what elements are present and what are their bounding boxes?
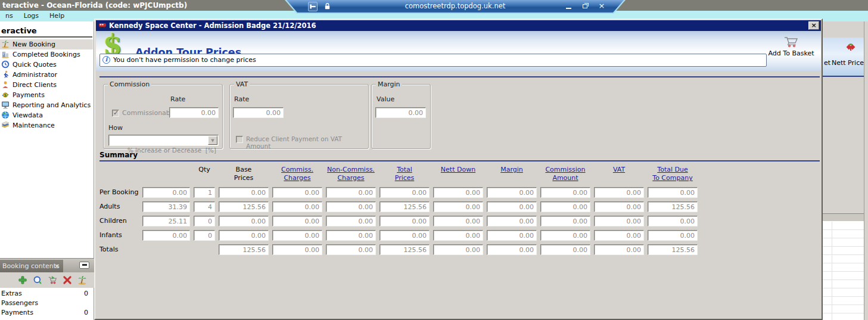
- commission-how-select[interactable]: % Increase or Decrease [%] ▼: [108, 135, 219, 146]
- vat-rate-field[interactable]: 0.00: [233, 107, 284, 118]
- menu-item-logs[interactable]: Logs: [18, 11, 44, 21]
- reduce-client-payment-checkbox[interactable]: [236, 136, 243, 143]
- summary-field[interactable]: 0.00: [540, 216, 590, 226]
- commission-rate-field[interactable]: 0.00: [169, 107, 219, 118]
- summary-field[interactable]: 0.00: [594, 216, 644, 226]
- summary-field[interactable]: 0.00: [326, 187, 376, 198]
- summary-field[interactable]: 0.00: [594, 230, 644, 241]
- add-icon[interactable]: [18, 275, 27, 285]
- dialog-close-button[interactable]: ×: [808, 21, 819, 30]
- summary-field[interactable]: 0.00: [326, 244, 376, 255]
- summary-field[interactable]: 0.00: [142, 230, 190, 241]
- sidebar-item-completed-bookings[interactable]: Completed Bookings: [0, 49, 93, 60]
- summary-field[interactable]: 0.00: [379, 216, 430, 226]
- tab-booking-contents[interactable]: Booking contents ×: [0, 260, 63, 273]
- summary-field[interactable]: 0.00: [219, 230, 269, 241]
- summary-field[interactable]: 125.56: [379, 201, 430, 212]
- summary-column-header[interactable]: Total DueTo Company: [648, 166, 698, 184]
- summary-field[interactable]: 0.00: [487, 201, 537, 212]
- sidebar-item-reporting-and-analytics[interactable]: Reporting and Analytics: [0, 100, 93, 110]
- booking-row-payments[interactable]: Payments0: [0, 308, 93, 318]
- holiday-icon[interactable]: [77, 275, 87, 285]
- summary-field[interactable]: 0.00: [272, 244, 322, 255]
- booking-row-label: Passengers: [1, 299, 38, 308]
- summary-column-header[interactable]: VAT: [594, 166, 644, 184]
- summary-field[interactable]: 0.00: [648, 216, 698, 226]
- summary-field[interactable]: 0.00: [540, 187, 590, 198]
- menu-item-help[interactable]: Help: [44, 11, 70, 21]
- summary-field[interactable]: 0.00: [594, 201, 644, 212]
- summary-field[interactable]: 0.00: [540, 201, 590, 212]
- summary-column-header[interactable]: TotalPrices: [379, 166, 430, 184]
- summary-field[interactable]: 25.11: [142, 216, 190, 226]
- summary-field[interactable]: 0.00: [272, 187, 322, 198]
- summary-field[interactable]: 0.00: [540, 244, 590, 255]
- commissionable-checkbox[interactable]: ✓: [112, 110, 119, 117]
- summary-field[interactable]: 125.56: [219, 201, 269, 212]
- restore-icon[interactable]: [580, 1, 590, 11]
- sidebar-item-administrator[interactable]: Administrator: [0, 70, 93, 80]
- summary-field[interactable]: 125.56: [648, 201, 698, 212]
- summary-field[interactable]: 0.00: [433, 187, 483, 198]
- move-to-basket-icon[interactable]: [48, 275, 57, 285]
- summary-field[interactable]: 125.56: [379, 244, 430, 255]
- summary-field[interactable]: 0.00: [594, 187, 644, 198]
- summary-field[interactable]: 0.00: [433, 244, 483, 255]
- summary-field[interactable]: 0.00: [487, 244, 537, 255]
- summary-field[interactable]: 0: [194, 230, 215, 241]
- summary-field[interactable]: 0.00: [487, 187, 537, 198]
- sidebar-item-payments[interactable]: $Payments: [0, 90, 93, 100]
- delete-icon[interactable]: [63, 275, 72, 285]
- pin-icon[interactable]: [308, 2, 318, 11]
- summary-field[interactable]: 0.00: [326, 230, 376, 241]
- summary-column-header[interactable]: Non-Commiss.Charges: [326, 166, 376, 184]
- sidebar-item-direct-clients[interactable]: Direct Clients: [0, 80, 93, 90]
- minimize-icon[interactable]: [563, 1, 574, 11]
- summary-field[interactable]: 0: [194, 216, 215, 226]
- summary-field[interactable]: 0.00: [487, 230, 537, 241]
- sidebar-item-viewdata[interactable]: Viewdata: [0, 110, 93, 120]
- chevron-down-icon[interactable]: ▼: [208, 136, 217, 145]
- summary-field[interactable]: 0.00: [326, 201, 376, 212]
- summary-field[interactable]: 0.00: [648, 230, 698, 241]
- summary-field[interactable]: 0.00: [487, 216, 537, 226]
- summary-field[interactable]: 0.00: [326, 216, 376, 226]
- sidebar-item-new-booking[interactable]: New Booking: [0, 39, 93, 49]
- refresh-icon[interactable]: [33, 275, 42, 285]
- summary-column-header[interactable]: Commiss.Charges: [272, 166, 322, 184]
- summary-field[interactable]: 31.39: [142, 201, 190, 212]
- summary-field[interactable]: 0.00: [272, 201, 322, 212]
- summary-field[interactable]: 0.00: [433, 216, 483, 226]
- summary-field[interactable]: 4: [194, 201, 215, 212]
- margin-value-field[interactable]: 0.00: [375, 107, 426, 118]
- summary-field[interactable]: 0.00: [219, 187, 269, 198]
- summary-field[interactable]: 0.00: [379, 187, 430, 198]
- nett-price-button[interactable]: Nett Price: [832, 59, 864, 67]
- tab-close-icon[interactable]: ×: [54, 260, 60, 273]
- summary-field[interactable]: 0.00: [433, 230, 483, 241]
- summary-field[interactable]: 0.00: [219, 216, 269, 226]
- summary-field[interactable]: 125.56: [219, 244, 269, 255]
- booking-row-extras[interactable]: Extras0: [0, 289, 93, 299]
- add-to-basket-button[interactable]: Add To Basket: [767, 36, 815, 67]
- summary-field[interactable]: 0.00: [648, 187, 698, 198]
- summary-field[interactable]: 1: [194, 187, 215, 198]
- summary-field[interactable]: 125.56: [648, 244, 698, 255]
- summary-field[interactable]: 0.00: [594, 244, 644, 255]
- summary-column-header[interactable]: Nett Down: [433, 166, 483, 184]
- booking-row-passengers[interactable]: Passengers: [0, 299, 93, 308]
- summary-field[interactable]: 0.00: [379, 230, 430, 241]
- close-icon[interactable]: ×: [596, 1, 607, 11]
- summary-field[interactable]: 0.00: [272, 216, 322, 226]
- summary-field[interactable]: 0.00: [272, 230, 322, 241]
- summary-field[interactable]: 0.00: [142, 187, 190, 198]
- panel-collapse-button[interactable]: [79, 262, 89, 269]
- sidebar-item-maintenance[interactable]: Maintenance: [0, 120, 93, 131]
- summary-column-header[interactable]: CommissionAmount: [540, 166, 590, 184]
- sidebar-item-quick-quotes[interactable]: Quick Quotes: [0, 60, 93, 70]
- summary-field[interactable]: 0.00: [540, 230, 590, 241]
- summary-row-label: Infants: [99, 230, 139, 241]
- menu-item-ns[interactable]: ns: [0, 11, 18, 21]
- summary-field[interactable]: 0.00: [433, 201, 483, 212]
- summary-column-header[interactable]: Margin: [487, 166, 537, 184]
